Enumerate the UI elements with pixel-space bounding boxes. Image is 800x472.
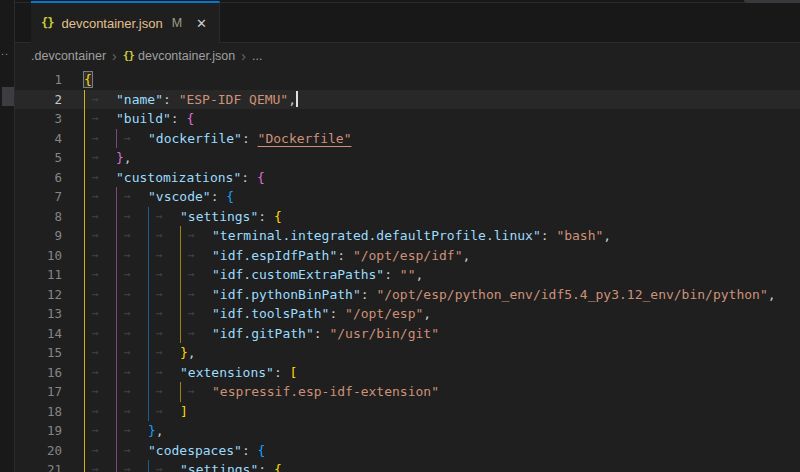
code-token: [ bbox=[290, 365, 298, 380]
code-line[interactable]: 16→→→"extensions": [ bbox=[15, 363, 800, 383]
code-token: , bbox=[462, 248, 470, 263]
code-token: "build" bbox=[116, 111, 171, 126]
sidebar-scrollbar-thumb[interactable] bbox=[2, 87, 14, 106]
code-line[interactable]: 14→→→→"idf.gitPath": "/usr/bin/git" bbox=[15, 324, 800, 344]
code-token: "Dockerfile" bbox=[258, 131, 352, 146]
code-token: "idf.customExtraPaths" bbox=[212, 267, 384, 282]
code-line[interactable]: 12→→→→"idf.pythonBinPath": "/opt/esp/pyt… bbox=[15, 285, 800, 305]
tab-whitespace-icon: → bbox=[148, 343, 180, 363]
code-line[interactable]: 13→→→→"idf.toolsPath": "/opt/esp", bbox=[15, 304, 800, 324]
code-line[interactable]: 8→→→"settings": { bbox=[15, 207, 800, 227]
tab-whitespace-icon: → bbox=[116, 382, 148, 402]
close-icon[interactable]: ✕ bbox=[196, 16, 207, 31]
tab-whitespace-icon: → bbox=[180, 246, 212, 266]
code-line[interactable]: 19→→}, bbox=[15, 421, 800, 441]
tab-title: devcontainer.json bbox=[61, 16, 162, 31]
tab-whitespace-icon: → bbox=[84, 324, 116, 344]
line-number: 12 bbox=[15, 285, 62, 305]
code-token: ] bbox=[180, 404, 188, 419]
breadcrumb-label: devcontainer.json bbox=[138, 49, 235, 63]
code-line[interactable]: 2→"name": "ESP-IDF QEMU", bbox=[15, 90, 800, 110]
code-token: { bbox=[274, 209, 282, 224]
line-number: 10 bbox=[15, 246, 62, 266]
line-number: 19 bbox=[15, 421, 62, 441]
code-token: "/opt/esp" bbox=[345, 306, 423, 321]
tab-whitespace-icon: → bbox=[180, 285, 212, 305]
tab-whitespace-icon: → bbox=[84, 441, 116, 461]
window-corner-decoration bbox=[744, 0, 800, 3]
tab-whitespace-icon: → bbox=[116, 460, 148, 472]
code-token: } bbox=[180, 345, 188, 360]
line-number: 4 bbox=[15, 129, 62, 149]
line-number: 17 bbox=[15, 382, 62, 402]
code-line[interactable]: 1{ bbox=[15, 70, 800, 90]
code-token: : bbox=[274, 365, 290, 380]
tab-whitespace-icon: → bbox=[84, 246, 116, 266]
code-line[interactable]: 3→"build": { bbox=[15, 109, 800, 129]
tab-whitespace-icon: → bbox=[116, 207, 148, 227]
tab-whitespace-icon: → bbox=[84, 285, 116, 305]
tab-whitespace-icon: → bbox=[84, 421, 116, 441]
tab-whitespace-icon: → bbox=[180, 265, 212, 285]
code-line[interactable]: 11→→→→"idf.customExtraPaths": "", bbox=[15, 265, 800, 285]
code-token: "vscode" bbox=[148, 189, 211, 204]
code-token: "dockerfile" bbox=[148, 131, 242, 146]
code-token: "espressif.esp-idf-extension" bbox=[212, 384, 439, 399]
code-line[interactable]: 21→→→"settings": { bbox=[15, 460, 800, 472]
code-line[interactable]: 10→→→→"idf.espIdfPath": "/opt/esp/idf", bbox=[15, 246, 800, 266]
tab-whitespace-icon: → bbox=[148, 265, 180, 285]
sidebar-edge: .. bbox=[0, 0, 15, 472]
line-number: 6 bbox=[15, 168, 62, 188]
code-line[interactable]: 9→→→→"terminal.integrated.defaultProfile… bbox=[15, 226, 800, 246]
code-token: "idf.espIdfPath" bbox=[212, 248, 337, 263]
code-editor[interactable]: 1{2→"name": "ESP-IDF QEMU",3→"build": {4… bbox=[15, 68, 800, 472]
code-line[interactable]: 6→"customizations": { bbox=[15, 168, 800, 188]
code-line[interactable]: 17→→→→"espressif.esp-idf-extension" bbox=[15, 382, 800, 402]
code-token: "settings" bbox=[180, 462, 258, 472]
tab-whitespace-icon: → bbox=[84, 207, 116, 227]
code-token: : bbox=[314, 326, 330, 341]
code-token: "" bbox=[400, 267, 416, 282]
json-file-icon: {} bbox=[123, 49, 134, 62]
text-cursor bbox=[296, 91, 298, 107]
line-number: 1 bbox=[15, 70, 62, 90]
tab-whitespace-icon: → bbox=[148, 285, 180, 305]
tab-whitespace-icon: → bbox=[180, 304, 212, 324]
code-token: { bbox=[257, 170, 265, 185]
tab-whitespace-icon: → bbox=[148, 402, 180, 422]
breadcrumb-label: ... bbox=[252, 49, 262, 63]
code-token: "/opt/esp/python_env/idf5.4_py3.12_env/b… bbox=[376, 287, 767, 302]
tab-devcontainer-json[interactable]: {} devcontainer.json M ✕ bbox=[31, 1, 220, 43]
code-token: : bbox=[211, 189, 227, 204]
json-file-icon: {} bbox=[41, 16, 53, 30]
code-token: : bbox=[242, 131, 258, 146]
tab-whitespace-icon: → bbox=[84, 148, 116, 168]
tab-whitespace-icon: → bbox=[84, 460, 116, 472]
tab-whitespace-icon: → bbox=[84, 382, 116, 402]
breadcrumb-item[interactable]: ... bbox=[252, 49, 262, 63]
code-token: { bbox=[186, 111, 194, 126]
code-token: "customizations" bbox=[116, 170, 241, 185]
code-token: "idf.gitPath" bbox=[212, 326, 314, 341]
line-number: 18 bbox=[15, 402, 62, 422]
breadcrumb-item[interactable]: .devcontainer bbox=[31, 49, 106, 63]
code-line[interactable]: 7→→"vscode": { bbox=[15, 187, 800, 207]
tab-whitespace-icon: → bbox=[148, 304, 180, 324]
code-token: "codespaces" bbox=[148, 443, 242, 458]
code-line[interactable]: 4→→"dockerfile": "Dockerfile" bbox=[15, 129, 800, 149]
code-line[interactable]: 15→→→}, bbox=[15, 343, 800, 363]
line-number: 3 bbox=[15, 109, 62, 129]
tab-whitespace-icon: → bbox=[116, 441, 148, 461]
code-line[interactable]: 5→}, bbox=[15, 148, 800, 168]
line-number: 7 bbox=[15, 187, 62, 207]
code-line[interactable]: 18→→→] bbox=[15, 402, 800, 422]
breadcrumb-separator-icon: › bbox=[241, 49, 246, 63]
code-token: "name" bbox=[116, 92, 163, 107]
tab-whitespace-icon: → bbox=[84, 187, 116, 207]
code-token: : bbox=[384, 267, 400, 282]
line-number: 14 bbox=[15, 324, 62, 344]
tab-whitespace-icon: → bbox=[84, 265, 116, 285]
tab-whitespace-icon: → bbox=[116, 187, 148, 207]
breadcrumb-item[interactable]: {}devcontainer.json bbox=[123, 49, 236, 63]
code-line[interactable]: 20→→"codespaces": { bbox=[15, 441, 800, 461]
